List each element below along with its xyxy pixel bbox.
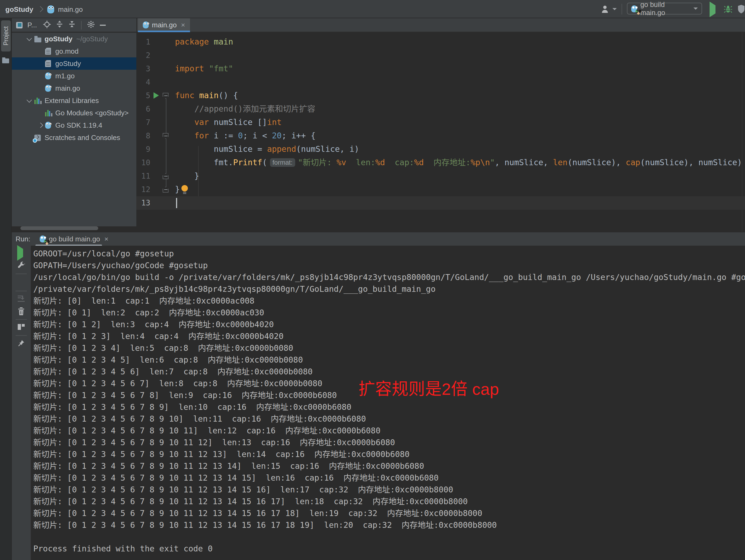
- console-line: 新切片: [0 1 2 3] len:4 cap:4 内存地址:0xc0000b…: [33, 330, 745, 342]
- run-tab-label: go build main.go: [49, 235, 100, 243]
- run-line-icon[interactable]: [154, 92, 159, 99]
- toolbar-divider: [15, 291, 27, 291]
- tree-chevron-icon[interactable]: [26, 35, 34, 43]
- breadcrumb-project[interactable]: goStudy: [5, 5, 33, 13]
- lib-icon: [34, 97, 42, 104]
- line-number: 11: [136, 170, 150, 183]
- scratch-icon: [34, 134, 41, 141]
- file-icon: [45, 60, 51, 67]
- pin-button[interactable]: [17, 340, 25, 349]
- run-configuration-select[interactable]: go build main.go: [627, 3, 702, 14]
- tool-window-project-button[interactable]: Project: [1, 21, 11, 51]
- console-line: GOPATH=/Users/yuchao/goCode #gosetup: [33, 259, 745, 271]
- code-line[interactable]: 7 var numSlice []int: [136, 116, 745, 129]
- horizontal-scrollbar[interactable]: [21, 226, 98, 230]
- console-line: 新切片: [0] len:1 cap:1 内存地址:0xc0000ac008: [33, 295, 745, 307]
- toolbar-divider: [15, 335, 27, 336]
- run-button[interactable]: [710, 5, 715, 13]
- tree-chevron-icon[interactable]: [36, 121, 45, 129]
- fold-marker-icon[interactable]: [163, 187, 168, 193]
- code-editor[interactable]: 1package main23import "fmt"45func main()…: [136, 32, 745, 232]
- code-line[interactable]: 12}: [136, 183, 745, 196]
- console-line: 新切片: [0 1 2 3 4 5 6 7 8 9 10 11 12 13 14…: [33, 508, 745, 519]
- tree-item[interactable]: Go Modules <goStudy>: [12, 107, 136, 119]
- collapse-all-button[interactable]: [68, 21, 76, 30]
- code-text: package main: [175, 37, 233, 47]
- clear-all-trash-button[interactable]: [18, 307, 25, 317]
- user-dropdown-caret-icon[interactable]: [612, 8, 617, 10]
- fold-marker-icon[interactable]: [163, 173, 168, 179]
- console-line: 新切片: [0 1 2 3 4 5 6 7 8 9 10 11 12 13 14…: [33, 472, 745, 484]
- tree-item[interactable]: goStudy: [12, 58, 136, 70]
- code-line[interactable]: 6 //append()添加元素和切片扩容: [136, 102, 745, 116]
- shield-icon[interactable]: [738, 5, 745, 15]
- fold-marker-icon[interactable]: [163, 93, 168, 99]
- expand-all-button[interactable]: [56, 21, 63, 30]
- console-line: 新切片: [0 1] len:2 cap:2 内存地址:0xc0000ac030: [33, 307, 745, 319]
- line-number: 1: [136, 35, 150, 49]
- wrench-settings-button[interactable]: [17, 261, 25, 271]
- run-tab[interactable]: go build main.go ×: [35, 232, 113, 245]
- fold-marker-icon[interactable]: [163, 133, 168, 139]
- tree-chevron-spacer: [36, 60, 45, 67]
- code-line[interactable]: 13: [136, 196, 745, 210]
- gopher-icon: [143, 22, 149, 28]
- run-console-output[interactable]: GOROOT=/usr/local/go #gosetupGOPATH=/Use…: [32, 246, 745, 560]
- code-line[interactable]: 1package main: [136, 35, 745, 49]
- restore-layout-button[interactable]: [17, 323, 25, 332]
- tree-item[interactable]: Go SDK 1.19.4: [12, 119, 136, 131]
- toolbar-divider: [15, 319, 27, 320]
- lightbulb-icon[interactable]: [182, 185, 188, 191]
- folder-icon: [2, 59, 9, 63]
- rerun-button[interactable]: [17, 249, 23, 257]
- tree-item[interactable]: main.go: [12, 82, 136, 95]
- close-icon[interactable]: ×: [104, 235, 108, 242]
- gopher-icon: [45, 122, 51, 129]
- line-number: 6: [136, 102, 150, 116]
- code-text: var numSlice []int: [175, 117, 282, 127]
- close-icon[interactable]: ×: [181, 22, 185, 28]
- scroll-to-end-button[interactable]: [17, 295, 25, 304]
- chevron-down-icon: [693, 7, 698, 10]
- console-line: 新切片: [0 1 2 3 4] len:5 cap:8 内存地址:0xc000…: [33, 342, 745, 354]
- tree-item[interactable]: External Libraries: [12, 95, 136, 107]
- console-line: 新切片: [0 1 2 3 4 5 6 7 8 9 10 11 12] len:…: [33, 436, 745, 448]
- code-line[interactable]: 9 numSlice = append(numSlice, i): [136, 143, 745, 156]
- chevron-right-icon: [37, 6, 43, 12]
- tree-chevron-icon[interactable]: [26, 97, 34, 104]
- gopher-icon: [40, 235, 45, 242]
- tree-item[interactable]: go.mod: [12, 45, 136, 58]
- console-line: 新切片: [0 1 2] len:3 cap:4 内存地址:0xc0000b40…: [33, 319, 745, 330]
- tree-item[interactable]: m1.go: [12, 70, 136, 82]
- tree-item[interactable]: Scratches and Consoles: [12, 131, 136, 144]
- console-line: /private/var/folders/mk/_ps8yjb14c98pr4z…: [33, 283, 745, 295]
- tree-item[interactable]: goStudy~/goStudy: [12, 33, 136, 45]
- code-line[interactable]: 10 fmt.Printf(format:"新切片: %v len:%d cap…: [136, 156, 745, 170]
- tree-item-label: Go SDK 1.19.4: [55, 121, 102, 129]
- code-line[interactable]: 8 for i := 0; i < 20; i++ {: [136, 129, 745, 143]
- tree-item-label: m1.go: [55, 72, 75, 80]
- debug-button[interactable]: [723, 5, 733, 15]
- editor-tab-main-go[interactable]: main.go ×: [138, 18, 190, 32]
- tree-chevron-spacer: [36, 109, 45, 117]
- tree-item-label: go.mod: [55, 47, 78, 55]
- breadcrumb-file[interactable]: main.go: [58, 5, 83, 13]
- run-toolbar: [12, 246, 31, 560]
- project-view-label[interactable]: P...: [27, 21, 37, 29]
- code-line[interactable]: 3import "fmt": [136, 62, 745, 76]
- hide-panel-button[interactable]: [100, 25, 106, 26]
- tree-chevron-spacer: [36, 84, 45, 92]
- code-line[interactable]: 5func main() {: [136, 89, 745, 102]
- code-line[interactable]: 4: [136, 76, 745, 89]
- tree-chevron-spacer: [36, 72, 45, 80]
- user-icon[interactable]: [601, 5, 611, 15]
- console-line: 新切片: [0 1 2 3 4 5] len:6 cap:8 内存地址:0xc0…: [33, 354, 745, 366]
- project-view-icon[interactable]: [16, 22, 23, 28]
- code-line[interactable]: 11 }: [136, 170, 745, 183]
- settings-gear-button[interactable]: [87, 20, 95, 30]
- console-line: 新切片: [0 1 2 3 4 5 6 7 8 9 10 11 12 13 14…: [33, 519, 745, 531]
- locate-file-button[interactable]: [43, 20, 51, 30]
- console-line: 新切片: [0 1 2 3 4 5 6 7 8 9 10 11 12 13 14…: [33, 460, 745, 472]
- console-line: [33, 531, 745, 543]
- code-line[interactable]: 2: [136, 49, 745, 62]
